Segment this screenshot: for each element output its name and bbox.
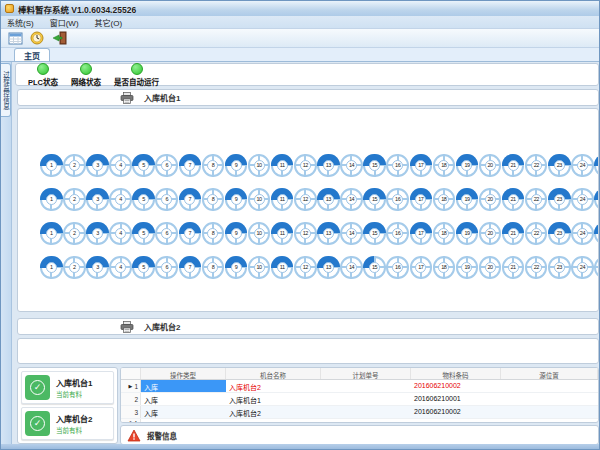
slot-3-17[interactable]: 17: [410, 222, 433, 245]
slot-3-23[interactable]: 23: [548, 222, 571, 245]
table-cell[interactable]: [321, 419, 411, 423]
table-row[interactable]: ▶1入库入库机台2201606210002: [121, 380, 598, 393]
slot-4-15[interactable]: 15: [363, 256, 386, 279]
table-cell[interactable]: 入库机台2: [226, 406, 321, 418]
table-row[interactable]: 2入库入库机台1201606210001: [121, 393, 598, 406]
slot-2-19[interactable]: 19: [456, 188, 479, 211]
slot-2-15[interactable]: 15: [363, 188, 386, 211]
slot-4-8[interactable]: 8: [202, 256, 225, 279]
table-cell[interactable]: 入库: [141, 406, 226, 418]
slot-2-9[interactable]: 9: [225, 188, 248, 211]
slot-4-5[interactable]: 5: [132, 256, 155, 279]
slot-2-4[interactable]: 4: [109, 188, 132, 211]
slot-4-11[interactable]: 11: [271, 256, 294, 279]
slot-2-7[interactable]: 7: [179, 188, 202, 211]
machine-card[interactable]: ✓入库机台1当前有料: [21, 371, 114, 404]
slot-4-24[interactable]: 24: [571, 256, 594, 279]
slot-3-5[interactable]: 5: [132, 222, 155, 245]
column-header[interactable]: 操作类型: [141, 368, 226, 379]
slot-3-13[interactable]: 13: [317, 222, 340, 245]
slot-1-12[interactable]: 12: [294, 154, 317, 177]
table-cell[interactable]: [226, 419, 321, 423]
slot-1-16[interactable]: 16: [386, 154, 409, 177]
slot-4-14[interactable]: 14: [340, 256, 363, 279]
table-cell[interactable]: [321, 380, 411, 392]
slot-2-25[interactable]: 25: [594, 188, 599, 211]
slot-3-12[interactable]: 12: [294, 222, 317, 245]
slot-1-11[interactable]: 11: [271, 154, 294, 177]
slot-4-4[interactable]: 4: [109, 256, 132, 279]
slot-1-20[interactable]: 20: [479, 154, 502, 177]
title-bar[interactable]: 棒料暂存系统 V1.0.6034.25526: [1, 1, 600, 16]
slot-3-14[interactable]: 14: [340, 222, 363, 245]
slot-4-2[interactable]: 2: [63, 256, 86, 279]
clock-icon[interactable]: [27, 30, 47, 47]
slot-1-9[interactable]: 9: [225, 154, 248, 177]
slot-2-16[interactable]: 16: [386, 188, 409, 211]
slot-2-11[interactable]: 11: [271, 188, 294, 211]
slot-2-10[interactable]: 10: [248, 188, 271, 211]
side-dock-tab[interactable]: 过程监控信息: [1, 63, 11, 117]
slot-3-21[interactable]: 21: [502, 222, 525, 245]
slot-1-15[interactable]: 15: [363, 154, 386, 177]
slot-2-20[interactable]: 20: [479, 188, 502, 211]
slot-2-21[interactable]: 21: [502, 188, 525, 211]
column-header[interactable]: 计划单号: [321, 368, 411, 379]
table-cell[interactable]: 201606210002: [411, 380, 501, 392]
slot-1-17[interactable]: 17: [410, 154, 433, 177]
table-row[interactable]: *4: [121, 419, 598, 423]
slot-3-25[interactable]: 25: [594, 222, 599, 245]
slot-4-16[interactable]: 16: [386, 256, 409, 279]
slot-4-12[interactable]: 12: [294, 256, 317, 279]
slot-2-12[interactable]: 12: [294, 188, 317, 211]
slot-2-2[interactable]: 2: [63, 188, 86, 211]
table-row[interactable]: 3入库入库机台2201606210002: [121, 406, 598, 419]
tab-home[interactable]: 主页: [14, 48, 50, 61]
column-header[interactable]: 物料条码: [411, 368, 501, 379]
slot-4-20[interactable]: 20: [479, 256, 502, 279]
slot-1-23[interactable]: 23: [548, 154, 571, 177]
slot-4-9[interactable]: 9: [225, 256, 248, 279]
slot-4-18[interactable]: 18: [433, 256, 456, 279]
table-cell[interactable]: [501, 419, 598, 423]
slot-1-14[interactable]: 14: [340, 154, 363, 177]
slot-3-2[interactable]: 2: [63, 222, 86, 245]
slot-1-21[interactable]: 21: [502, 154, 525, 177]
slot-3-4[interactable]: 4: [109, 222, 132, 245]
slot-2-24[interactable]: 24: [571, 188, 594, 211]
slot-2-6[interactable]: 6: [155, 188, 178, 211]
alarm-bar[interactable]: 报警信息: [120, 425, 599, 445]
slot-4-17[interactable]: 17: [410, 256, 433, 279]
slot-3-16[interactable]: 16: [386, 222, 409, 245]
exit-icon[interactable]: [49, 30, 69, 47]
table-cell[interactable]: [501, 380, 598, 392]
slot-2-17[interactable]: 17: [410, 188, 433, 211]
slot-1-4[interactable]: 4: [109, 154, 132, 177]
slot-3-11[interactable]: 11: [271, 222, 294, 245]
table-cell[interactable]: 201606210001: [411, 393, 501, 405]
slot-3-8[interactable]: 8: [202, 222, 225, 245]
slot-1-6[interactable]: 6: [155, 154, 178, 177]
table-cell[interactable]: [321, 393, 411, 405]
slot-3-24[interactable]: 24: [571, 222, 594, 245]
table-cell[interactable]: [501, 393, 598, 405]
slot-4-10[interactable]: 10: [248, 256, 271, 279]
column-header[interactable]: 源位置: [501, 368, 598, 379]
slot-1-7[interactable]: 7: [179, 154, 202, 177]
table-cell[interactable]: 入库机台1: [226, 393, 321, 405]
slot-3-22[interactable]: 22: [525, 222, 548, 245]
slot-1-8[interactable]: 8: [202, 154, 225, 177]
slot-2-5[interactable]: 5: [132, 188, 155, 211]
slot-1-24[interactable]: 24: [571, 154, 594, 177]
slot-3-6[interactable]: 6: [155, 222, 178, 245]
slot-2-23[interactable]: 23: [548, 188, 571, 211]
slot-1-2[interactable]: 2: [63, 154, 86, 177]
printer-icon[interactable]: [118, 320, 136, 334]
slot-4-21[interactable]: 21: [502, 256, 525, 279]
slot-2-13[interactable]: 13: [317, 188, 340, 211]
slot-3-9[interactable]: 9: [225, 222, 248, 245]
table-cell[interactable]: 入库: [141, 393, 226, 405]
menu-item[interactable]: 其它(O): [95, 17, 123, 28]
machine-card[interactable]: ✓入库机台2当前有料: [21, 407, 114, 440]
table-cell[interactable]: 201606210002: [411, 406, 501, 418]
